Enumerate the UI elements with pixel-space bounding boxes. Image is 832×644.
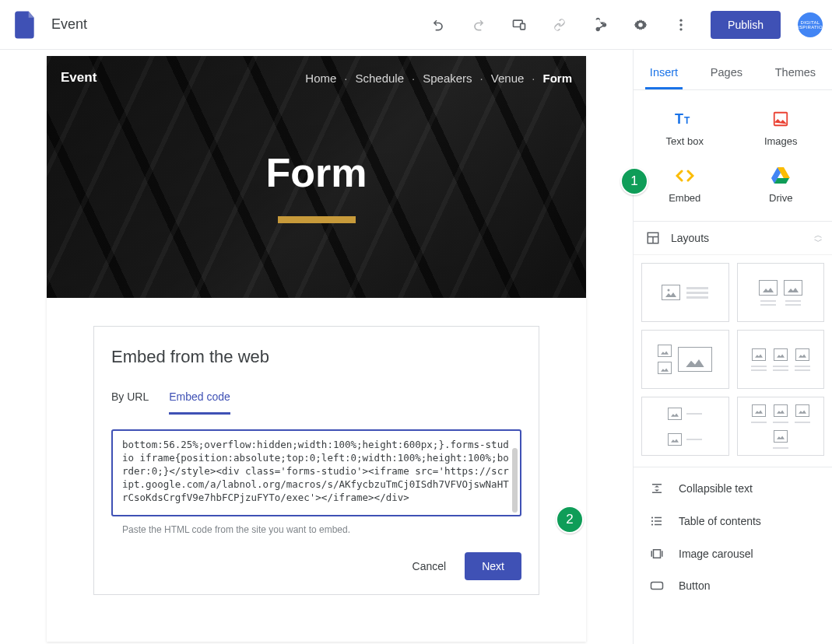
- title-underline: [278, 216, 356, 223]
- share-button[interactable]: [583, 8, 617, 42]
- nav-home[interactable]: Home: [305, 72, 336, 85]
- publish-button[interactable]: Publish: [711, 11, 781, 39]
- google-sites-icon: [9, 9, 40, 40]
- toc-icon: [649, 514, 665, 528]
- dialog-title: Embed from the web: [111, 347, 521, 367]
- annotation-badge-1: 1: [620, 167, 648, 195]
- svg-point-2: [679, 19, 682, 21]
- svg-rect-11: [655, 517, 662, 519]
- embed-code-content: bottom:56.25%;overflow:hidden;width:100%…: [122, 439, 509, 503]
- hero-header[interactable]: Event Home· Schedule· Speakers· Venue· F…: [47, 56, 586, 298]
- site-title[interactable]: Event: [61, 70, 97, 86]
- sidebar-tabs: Insert Pages Themes: [634, 50, 832, 90]
- insert-drive[interactable]: Drive: [735, 158, 828, 212]
- account-avatar[interactable]: DIGITAL INSPIRATION: [798, 12, 823, 37]
- layouts-icon: [646, 231, 660, 245]
- svg-rect-16: [654, 550, 661, 558]
- embed-code-textarea[interactable]: bottom:56.25%;overflow:hidden;width:100%…: [111, 429, 521, 516]
- sidebar-tab-themes[interactable]: Themes: [771, 66, 820, 89]
- svg-point-14: [651, 523, 653, 525]
- svg-point-4: [679, 28, 682, 30]
- preview-button[interactable]: [502, 8, 536, 42]
- layouts-grid: [634, 255, 832, 467]
- link-button[interactable]: [542, 8, 577, 42]
- tab-embed-code[interactable]: Embed code: [169, 390, 230, 415]
- cancel-button[interactable]: Cancel: [400, 552, 459, 580]
- layout-option[interactable]: [641, 263, 729, 322]
- images-icon: [771, 109, 791, 129]
- tool-image-carousel[interactable]: Image carousel: [634, 537, 832, 570]
- redo-button[interactable]: [462, 8, 496, 42]
- page-title[interactable]: Form: [47, 149, 586, 196]
- svg-text:T: T: [675, 111, 683, 127]
- collapsible-text-icon: [649, 481, 665, 495]
- collapse-icon[interactable]: ︿﹀: [814, 232, 823, 244]
- svg-point-3: [679, 23, 682, 26]
- next-button[interactable]: Next: [465, 552, 521, 580]
- undo-button[interactable]: [421, 8, 455, 42]
- sidebar: Insert Pages Themes TT Text box Images E…: [633, 50, 832, 644]
- layout-option[interactable]: [737, 330, 825, 389]
- app-toolbar: Event Publish DIGITAL INSPIRATION: [0, 0, 832, 50]
- layout-option[interactable]: [641, 397, 729, 456]
- nav-schedule[interactable]: Schedule: [356, 72, 405, 85]
- tool-table-of-contents[interactable]: Table of contents: [634, 505, 832, 537]
- svg-text:T: T: [684, 115, 690, 126]
- layout-option[interactable]: [737, 263, 825, 322]
- sidebar-tab-insert[interactable]: Insert: [645, 66, 683, 89]
- sidebar-tab-pages[interactable]: Pages: [706, 66, 747, 89]
- svg-point-12: [651, 520, 653, 522]
- layout-option[interactable]: [641, 330, 729, 389]
- embed-dialog: Embed from the web By URL Embed code bot…: [93, 326, 539, 595]
- svg-rect-15: [655, 524, 662, 526]
- tab-by-url[interactable]: By URL: [111, 390, 149, 415]
- insert-images[interactable]: Images: [735, 101, 828, 155]
- nav-venue[interactable]: Venue: [491, 72, 525, 85]
- text-box-icon: TT: [675, 109, 695, 129]
- tool-collapsible-text[interactable]: Collapsible text: [634, 472, 832, 505]
- svg-point-10: [651, 516, 653, 518]
- drive-icon: [771, 166, 791, 186]
- site-nav: Home· Schedule· Speakers· Venue· Form: [305, 72, 572, 85]
- svg-point-9: [668, 289, 670, 292]
- carousel-icon: [649, 547, 665, 561]
- insert-embed[interactable]: Embed: [638, 158, 732, 212]
- page-canvas: Event Home· Schedule· Speakers· Venue· F…: [0, 50, 633, 644]
- scrollbar[interactable]: [512, 448, 518, 513]
- svg-rect-17: [651, 583, 663, 590]
- layout-option[interactable]: [737, 397, 825, 456]
- settings-button[interactable]: [623, 8, 658, 42]
- layouts-section-header[interactable]: Layouts ︿﹀: [634, 222, 832, 255]
- svg-rect-13: [655, 520, 662, 522]
- tool-button[interactable]: Button: [634, 570, 832, 601]
- embed-icon: [675, 166, 695, 186]
- more-button[interactable]: [664, 8, 698, 42]
- svg-rect-1: [521, 23, 525, 30]
- nav-speakers[interactable]: Speakers: [423, 72, 472, 85]
- annotation-badge-2: 2: [556, 506, 584, 534]
- nav-form[interactable]: Form: [543, 72, 573, 85]
- insert-text-box[interactable]: TT Text box: [638, 101, 732, 155]
- document-title[interactable]: Event: [51, 16, 87, 33]
- helper-text: Paste the HTML code from the site you wa…: [122, 524, 520, 535]
- button-icon: [649, 580, 665, 591]
